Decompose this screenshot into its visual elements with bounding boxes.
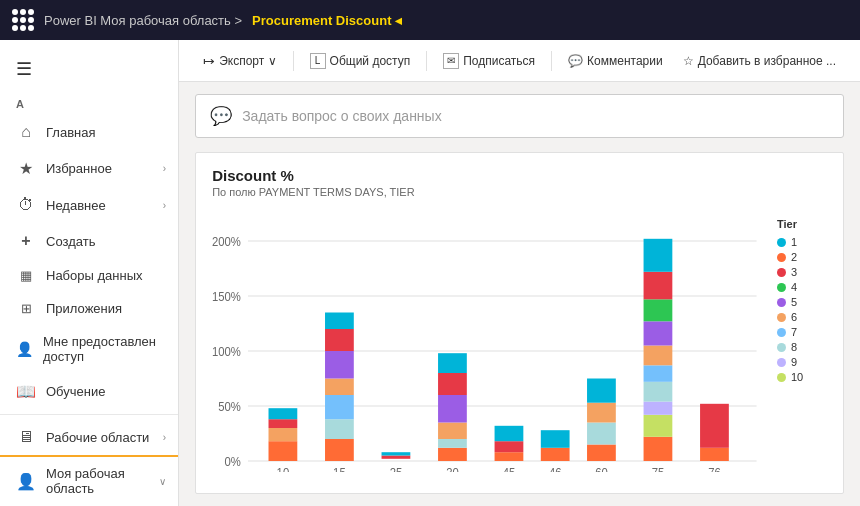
legend-dot-3 — [777, 268, 786, 277]
svg-rect-28 — [438, 423, 467, 440]
qa-icon: 💬 — [210, 105, 232, 127]
sidebar-item-datasets[interactable]: ▦ Наборы данных — [0, 259, 178, 292]
brand-label: Power BI Моя рабочая область > — [44, 13, 242, 28]
svg-rect-31 — [438, 353, 467, 373]
legend-item-6: 6 — [777, 311, 827, 323]
sidebar-label-learn: Обучение — [46, 384, 105, 399]
svg-text:75: 75 — [652, 466, 665, 472]
svg-rect-27 — [438, 439, 467, 448]
toolbar: ↦ Экспорт ∨ L Общий доступ ✉ Подписаться… — [179, 40, 860, 82]
svg-rect-45 — [644, 437, 673, 461]
shared-access-button[interactable]: L Общий доступ — [302, 49, 419, 73]
qa-bar[interactable]: 💬 Задать вопрос о своих данных — [195, 94, 844, 138]
legend-dot-8 — [777, 343, 786, 352]
comments-button[interactable]: 💬 Комментарии — [560, 50, 671, 72]
chart-legend: Tier 1 2 3 — [777, 208, 827, 472]
legend-item-7: 7 — [777, 326, 827, 338]
chevron-right-icon3: › — [163, 432, 166, 443]
svg-rect-12 — [269, 419, 298, 428]
svg-rect-24 — [382, 452, 411, 455]
svg-rect-48 — [644, 382, 673, 402]
legend-label-6: 6 — [791, 311, 797, 323]
chevron-right-icon: › — [163, 163, 166, 174]
sidebar-item-learn[interactable]: 📖 Обучение — [0, 373, 178, 410]
svg-rect-42 — [587, 403, 616, 423]
svg-rect-30 — [438, 373, 467, 395]
svg-rect-47 — [644, 402, 673, 415]
toolbar-divider-1 — [293, 51, 294, 71]
legend-dot-1 — [777, 238, 786, 247]
sidebar-label-myworkspace: Моя рабочая область — [46, 466, 162, 496]
legend-label-4: 4 — [791, 281, 797, 293]
svg-rect-17 — [325, 395, 354, 419]
legend-item-2: 2 — [777, 251, 827, 263]
svg-rect-51 — [644, 321, 673, 345]
sidebar: ☰ А ⌂ Главная ★ Избранное › ⏱ Недавнее ›… — [0, 40, 179, 506]
svg-rect-35 — [495, 426, 524, 441]
sidebar-item-apps[interactable]: ⊞ Приложения — [0, 292, 178, 325]
sidebar-item-recent[interactable]: ⏱ Недавнее › — [0, 187, 178, 223]
svg-text:15: 15 — [333, 466, 346, 472]
subscribe-icon: ✉ — [443, 53, 459, 69]
chevron-right-icon2: › — [163, 200, 166, 211]
legend-label-2: 2 — [791, 251, 797, 263]
svg-text:46: 46 — [549, 466, 562, 472]
sidebar-item-home[interactable]: ⌂ Главная — [0, 114, 178, 150]
svg-rect-41 — [587, 423, 616, 445]
add-favorite-button[interactable]: ☆ Добавить в избранное ... — [675, 50, 844, 72]
svg-rect-54 — [644, 239, 673, 272]
hamburger-button[interactable]: ☰ — [0, 48, 178, 90]
app-icon[interactable] — [12, 9, 34, 31]
svg-rect-16 — [325, 419, 354, 439]
sidebar-label-shared: Мне предоставлен доступ — [43, 334, 162, 364]
layout: ☰ А ⌂ Главная ★ Избранное › ⏱ Недавнее ›… — [0, 40, 860, 506]
chart-area: 0% 50% 100% 150% 200% — [212, 208, 767, 472]
svg-rect-38 — [541, 430, 570, 448]
svg-rect-53 — [644, 272, 673, 300]
sidebar-item-shared[interactable]: 👤 Мне предоставлен доступ — [0, 325, 178, 373]
legend-label-8: 8 — [791, 341, 797, 353]
svg-rect-23 — [382, 456, 411, 459]
sidebar-item-favorites[interactable]: ★ Избранное › — [0, 150, 178, 187]
svg-text:25: 25 — [390, 466, 403, 472]
chart-wrap: 0% 50% 100% 150% 200% — [212, 208, 827, 472]
chevron-down-icon: ∨ — [159, 476, 166, 487]
legend-label-9: 9 — [791, 356, 797, 368]
datasets-icon: ▦ — [16, 268, 36, 283]
legend-dot-5 — [777, 298, 786, 307]
legend-dot-6 — [777, 313, 786, 322]
legend-dot-10 — [777, 373, 786, 382]
legend-label-1: 1 — [791, 236, 797, 248]
sidebar-item-create[interactable]: + Создать — [0, 223, 178, 259]
sidebar-label-datasets: Наборы данных — [46, 268, 143, 283]
chart-title: Discount % — [212, 167, 827, 184]
legend-item-8: 8 — [777, 341, 827, 353]
svg-text:76: 76 — [708, 466, 721, 472]
svg-rect-34 — [495, 441, 524, 452]
svg-text:60: 60 — [595, 466, 608, 472]
sidebar-item-myworkspace[interactable]: 👤 Моя рабочая область ∨ — [0, 455, 178, 505]
svg-rect-26 — [438, 448, 467, 461]
svg-text:10: 10 — [277, 466, 290, 472]
svg-text:45: 45 — [503, 466, 516, 472]
svg-rect-15 — [325, 439, 354, 461]
svg-text:150%: 150% — [212, 290, 241, 303]
svg-rect-43 — [587, 379, 616, 403]
book-icon: 📖 — [16, 382, 36, 401]
svg-rect-46 — [644, 415, 673, 437]
legend-dot-7 — [777, 328, 786, 337]
topbar: Power BI Моя рабочая область > Procureme… — [0, 0, 860, 40]
svg-rect-37 — [541, 448, 570, 461]
svg-rect-20 — [325, 329, 354, 351]
svg-rect-56 — [700, 448, 729, 461]
subscribe-button[interactable]: ✉ Подписаться — [435, 49, 543, 73]
sidebar-label-recent: Недавнее — [46, 198, 106, 213]
clock-icon: ⏱ — [16, 196, 36, 214]
sidebar-item-workspaces[interactable]: 🖥 Рабочие области › — [0, 419, 178, 455]
svg-text:100%: 100% — [212, 345, 241, 358]
legend-dot-4 — [777, 283, 786, 292]
svg-rect-19 — [325, 351, 354, 379]
myworkspace-icon: 👤 — [16, 472, 36, 491]
workspaces-icon: 🖥 — [16, 428, 36, 446]
export-button[interactable]: ↦ Экспорт ∨ — [195, 49, 284, 73]
